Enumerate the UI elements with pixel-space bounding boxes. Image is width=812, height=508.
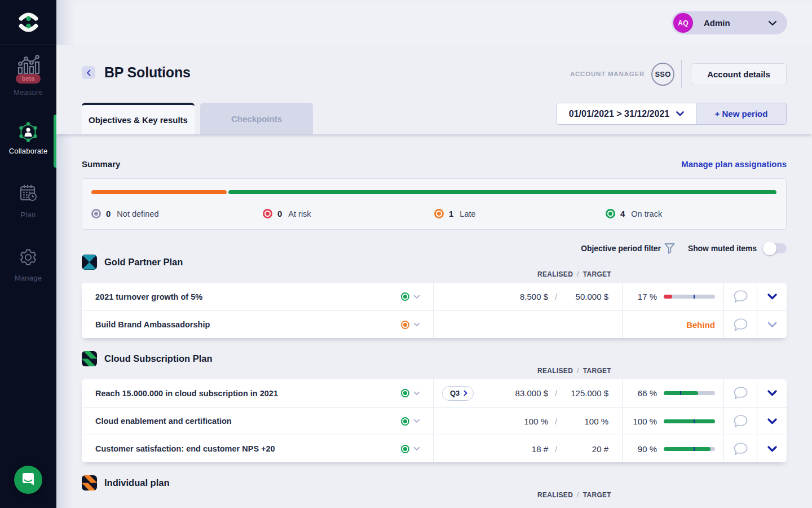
value-separator: / xyxy=(548,388,564,398)
sidebar-item-collaborate[interactable]: Collaborate xyxy=(0,122,56,155)
expand-row-button[interactable] xyxy=(757,311,787,338)
column-target: TARGET xyxy=(583,367,611,375)
filter-row: Objective period filter Show muted items xyxy=(82,242,787,255)
back-button[interactable] xyxy=(82,66,95,79)
summary-bar-segment xyxy=(91,190,227,194)
column-separator: / xyxy=(577,270,579,278)
avatar: AQ xyxy=(673,13,693,33)
plan-title: Cloud Subscription Plan xyxy=(104,353,213,364)
comment-button[interactable] xyxy=(723,408,757,435)
comment-bubble-icon xyxy=(732,414,748,428)
plan-icon xyxy=(82,255,97,270)
funnel-icon xyxy=(664,243,675,254)
values-cell: 18 # / 20 # xyxy=(433,435,622,462)
status-dropdown[interactable] xyxy=(401,321,420,329)
app-logo[interactable] xyxy=(0,0,56,45)
table-column-headers: REALISED / TARGET xyxy=(82,491,787,500)
sidebar-item-plan[interactable]: Plan xyxy=(0,183,56,219)
comment-button[interactable] xyxy=(723,311,757,338)
measure-icon xyxy=(16,55,40,76)
period-select[interactable]: 01/01/2021 > 31/12/2021 xyxy=(557,103,696,124)
legend-count: 1 xyxy=(449,209,453,218)
chevron-down-icon xyxy=(767,294,777,300)
quarter-chip-label: Q3 xyxy=(450,389,460,397)
status-dropdown[interactable] xyxy=(401,389,420,397)
name-cell: 2021 turnover growth of 5% xyxy=(82,283,433,310)
key-results-table: Reach 15.000.000 in cloud subscription i… xyxy=(82,379,787,462)
expand-row-button[interactable] xyxy=(757,435,787,462)
realised-value: 83.000 $ xyxy=(515,388,548,398)
status-dropdown[interactable] xyxy=(401,445,420,453)
legend-label: Late xyxy=(460,209,475,218)
status-dropdown[interactable] xyxy=(401,292,420,301)
plan-title: Individual plan xyxy=(104,478,170,488)
column-realised: REALISED xyxy=(537,491,573,499)
target-value: 50.000 $ xyxy=(564,292,608,301)
status-icon xyxy=(401,321,409,329)
name-cell: Customer satisfaction: end customer NPS … xyxy=(82,435,433,462)
realised-value: 100 % xyxy=(524,417,548,426)
manage-plan-assignations-link[interactable]: Manage plan assignations xyxy=(681,159,787,169)
expand-row-button[interactable] xyxy=(757,283,787,310)
chevron-down-icon xyxy=(767,322,777,328)
comment-bubble-icon xyxy=(732,386,748,400)
comment-button[interactable] xyxy=(723,379,757,407)
progress-percent: 90 % xyxy=(631,444,657,454)
account-manager-avatar[interactable]: SSO xyxy=(651,63,674,86)
chevron-left-icon xyxy=(86,69,91,76)
legend-status-icon xyxy=(263,209,272,218)
status-dropdown[interactable] xyxy=(401,417,420,426)
sidebar-item-label: Plan xyxy=(21,211,36,219)
sidebar-item-measure[interactable]: beta Measure xyxy=(0,55,56,97)
key-result-name: Customer satisfaction: end customer NPS … xyxy=(95,444,275,453)
legend-count: 0 xyxy=(277,209,282,218)
progress-bar xyxy=(664,447,715,451)
user-menu[interactable]: AQ Admin xyxy=(672,11,787,34)
column-target: TARGET xyxy=(583,491,611,499)
progress-cell: 100 % xyxy=(622,408,723,435)
show-muted-toggle[interactable] xyxy=(764,243,787,253)
expand-row-button[interactable] xyxy=(757,408,787,435)
tab-checkpoints[interactable]: Checkpoints xyxy=(200,103,313,134)
comment-button[interactable] xyxy=(723,435,757,462)
progress-expected-tick xyxy=(694,419,695,423)
plans-list: Gold Partner Plan REALISED / TARGET 2021… xyxy=(82,255,787,500)
progress-percent: 17 % xyxy=(631,292,657,301)
progress-fill xyxy=(664,295,672,299)
progress-expected-tick xyxy=(694,295,695,299)
page-title: BP Solutions xyxy=(104,64,191,81)
plan-header: Cloud Subscription Plan xyxy=(82,351,787,366)
expand-row-button[interactable] xyxy=(757,379,787,407)
tab-objectives-key-results[interactable]: Objectives & Key results xyxy=(82,103,195,134)
plan-icon xyxy=(82,475,97,491)
legend-count: 0 xyxy=(106,209,111,218)
legend-status-icon xyxy=(434,209,444,218)
chat-bubble-icon xyxy=(21,472,36,488)
state-label: Behind xyxy=(631,320,715,330)
key-result-row: Reach 15.000.000 in cloud subscription i… xyxy=(82,379,787,407)
filter-funnel-icon[interactable] xyxy=(664,243,675,254)
progress-bar xyxy=(664,391,715,395)
realised-value: 18 # xyxy=(532,444,548,454)
comment-button[interactable] xyxy=(723,283,757,310)
account-details-button[interactable]: Account details xyxy=(691,63,787,85)
name-cell: Build Brand Ambassadorship xyxy=(82,311,433,338)
key-results-table: 2021 turnover growth of 5% 8.500 $ / 50.… xyxy=(82,283,787,338)
progress-bar xyxy=(664,295,715,299)
key-result-row: Customer satisfaction: end customer NPS … xyxy=(82,435,787,462)
progress-fill xyxy=(664,419,715,423)
key-result-row: Build Brand Ambassadorship xyxy=(82,310,787,338)
summary-progress-bar xyxy=(91,190,777,194)
content: Summary Manage plan assignations 0 Not d… xyxy=(56,134,812,508)
status-icon xyxy=(401,445,409,453)
chevron-down-icon xyxy=(768,20,777,26)
comment-bubble-icon xyxy=(732,318,748,332)
progress-cell: 17 % xyxy=(622,283,723,310)
new-period-button[interactable]: + New period xyxy=(696,103,786,124)
legend-item: 0 Not defined xyxy=(91,209,263,218)
sidebar-item-label: Collaborate xyxy=(9,147,48,155)
value-separator: / xyxy=(548,292,564,301)
chat-launcher[interactable] xyxy=(14,466,42,494)
quarter-chip[interactable]: Q3 xyxy=(442,386,474,401)
sidebar-item-manage[interactable]: Manage xyxy=(0,247,56,282)
